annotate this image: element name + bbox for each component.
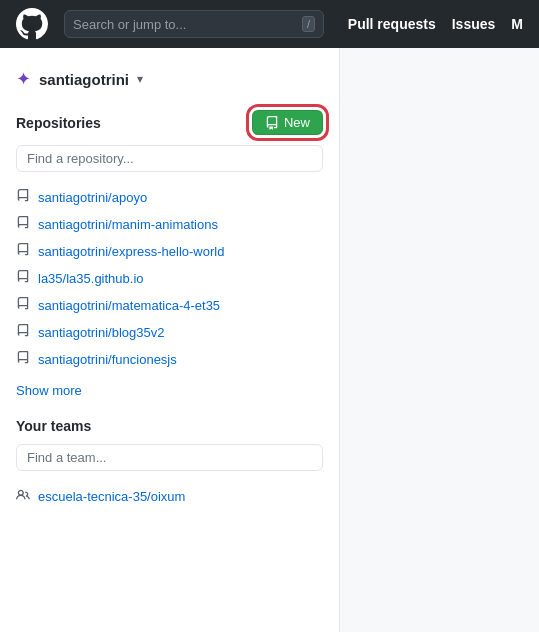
more-nav-item[interactable]: M <box>511 16 523 32</box>
list-item: santiagotrini/manim-animations <box>16 211 323 238</box>
sidebar: ✦ santiagotrini ▾ Repositories New <box>0 48 340 632</box>
list-item: santiagotrini/apoyo <box>16 184 323 211</box>
issues-link[interactable]: Issues <box>452 16 496 32</box>
search-bar[interactable]: / <box>64 10 324 38</box>
show-more-link[interactable]: Show more <box>16 383 323 398</box>
repositories-title: Repositories <box>16 115 101 131</box>
find-team-input[interactable] <box>16 444 323 471</box>
main-layout: ✦ santiagotrini ▾ Repositories New <box>0 48 539 632</box>
main-content <box>340 48 539 632</box>
user-dropdown-icon[interactable]: ▾ <box>137 72 143 86</box>
repo-icon <box>16 297 30 314</box>
repo-link[interactable]: santiagotrini/blog35v2 <box>38 325 164 340</box>
repo-icon <box>16 324 30 341</box>
repository-list: santiagotrini/apoyo santiagotrini/manim-… <box>16 184 323 373</box>
new-repository-button[interactable]: New <box>252 110 323 135</box>
new-repo-icon <box>265 116 279 130</box>
teams-section: Your teams escuela-tecnica-35/oixum <box>16 418 323 510</box>
pull-requests-link[interactable]: Pull requests <box>348 16 436 32</box>
team-icon <box>16 488 30 505</box>
list-item: santiagotrini/funcionesjs <box>16 346 323 373</box>
user-section[interactable]: ✦ santiagotrini ▾ <box>16 68 323 90</box>
repo-icon <box>16 243 30 260</box>
repo-icon <box>16 189 30 206</box>
list-item: santiagotrini/blog35v2 <box>16 319 323 346</box>
repo-link[interactable]: santiagotrini/matematica-4-et35 <box>38 298 220 313</box>
header-nav: Pull requests Issues M <box>348 16 523 32</box>
repo-icon <box>16 270 30 287</box>
repo-icon <box>16 216 30 233</box>
repo-icon <box>16 351 30 368</box>
repo-link[interactable]: la35/la35.github.io <box>38 271 144 286</box>
main-header: / Pull requests Issues M <box>0 0 539 48</box>
list-item: la35/la35.github.io <box>16 265 323 292</box>
new-button-label: New <box>284 115 310 130</box>
search-slash-key: / <box>302 16 315 32</box>
team-item: escuela-tecnica-35/oixum <box>16 483 323 510</box>
user-puzzle-icon: ✦ <box>16 68 31 90</box>
search-input[interactable] <box>73 17 294 32</box>
repo-link[interactable]: santiagotrini/funcionesjs <box>38 352 177 367</box>
list-item: santiagotrini/express-hello-world <box>16 238 323 265</box>
username-label: santiagotrini <box>39 71 129 88</box>
team-link[interactable]: escuela-tecnica-35/oixum <box>38 489 185 504</box>
repositories-section-header: Repositories New <box>16 110 323 135</box>
repo-link[interactable]: santiagotrini/express-hello-world <box>38 244 224 259</box>
list-item: santiagotrini/matematica-4-et35 <box>16 292 323 319</box>
github-logo[interactable] <box>16 8 48 40</box>
repo-link[interactable]: santiagotrini/manim-animations <box>38 217 218 232</box>
teams-title: Your teams <box>16 418 91 434</box>
find-repository-input[interactable] <box>16 145 323 172</box>
repo-link[interactable]: santiagotrini/apoyo <box>38 190 147 205</box>
